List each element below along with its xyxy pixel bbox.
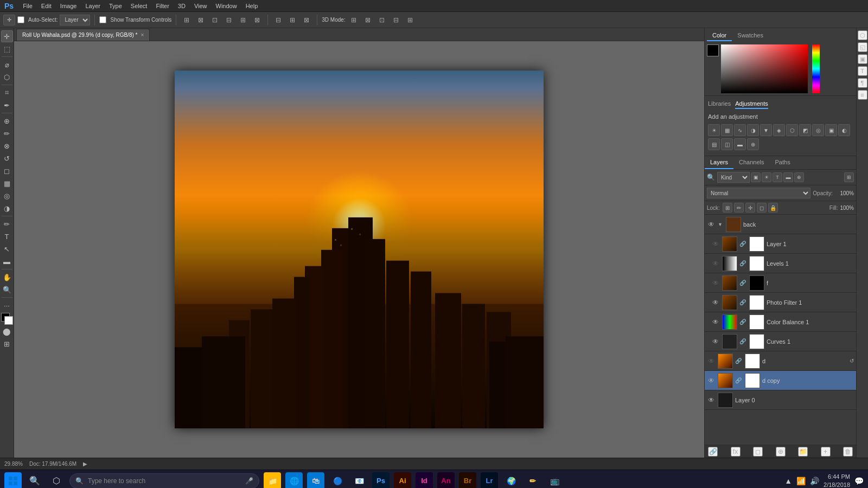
3d-btn-5[interactable]: ⊞: [404, 14, 416, 26]
app-extra-btn[interactable]: 📺: [546, 472, 563, 489]
adj-photofilter[interactable]: ◎: [812, 124, 824, 136]
adj-levels[interactable]: ▦: [721, 124, 733, 136]
3d-btn-1[interactable]: ⊞: [348, 14, 360, 26]
layer-item-levels1[interactable]: 👁 🔗 Levels 1: [705, 254, 856, 273]
bridge-taskbar-btn[interactable]: Br: [459, 472, 476, 489]
adj-gradient-map[interactable]: ▬: [734, 138, 746, 150]
align-right-btn[interactable]: ⊡: [209, 14, 221, 26]
tab-adjustments[interactable]: Adjustments: [735, 99, 768, 109]
menu-help[interactable]: Help: [242, 2, 262, 10]
indesign-taskbar-btn[interactable]: Id: [416, 472, 433, 489]
tab-close-btn[interactable]: ×: [141, 32, 144, 38]
crop-tool[interactable]: ⌗: [1, 87, 13, 99]
auto-select-checkbox[interactable]: [17, 16, 24, 23]
store-btn[interactable]: 🛍: [307, 472, 324, 489]
hand-tool[interactable]: ✋: [1, 271, 13, 283]
layer-link-btn[interactable]: 🔗: [708, 447, 718, 457]
layer-item-back[interactable]: 👁 ▼ back: [705, 215, 856, 234]
lasso-tool[interactable]: ⌀: [1, 59, 13, 70]
edge-btn[interactable]: 🌐: [285, 472, 303, 489]
lock-artboard-btn[interactable]: ◻: [757, 203, 767, 213]
network-icon[interactable]: 📶: [796, 477, 806, 485]
layer-vis-layer0[interactable]: 👁: [707, 396, 716, 404]
move-tool-option[interactable]: ✛: [3, 15, 15, 25]
color-gradient[interactable]: [721, 44, 808, 93]
menu-select[interactable]: Select: [127, 2, 151, 10]
adj-curves[interactable]: ∿: [734, 124, 746, 136]
adj-vibrance[interactable]: ▼: [760, 124, 772, 136]
blur-tool[interactable]: ◎: [1, 190, 13, 202]
menu-window[interactable]: Window: [212, 2, 241, 10]
lock-position-btn[interactable]: ✛: [745, 203, 755, 213]
blend-mode-select[interactable]: Normal: [707, 188, 810, 198]
screen-mode-btn[interactable]: ⊞: [1, 338, 13, 350]
menu-file[interactable]: File: [19, 2, 36, 10]
layer-group-btn[interactable]: 📁: [798, 447, 808, 457]
layer-item-curves1[interactable]: 👁 🔗 Curves 1: [705, 332, 856, 351]
adj-channel[interactable]: ▣: [825, 124, 837, 136]
heal-tool[interactable]: ⊕: [1, 115, 13, 127]
panel-icon-4[interactable]: T: [858, 66, 867, 76]
align-center-v-btn[interactable]: ⊞: [237, 14, 249, 26]
align-left-btn[interactable]: ⊞: [181, 14, 193, 26]
quick-mask-tool[interactable]: ⬤: [1, 325, 13, 337]
layer-vis-f[interactable]: 👁: [711, 279, 720, 287]
lock-pixels-btn[interactable]: ⊞: [723, 203, 732, 213]
active-color-swatch[interactable]: [707, 44, 719, 56]
start-button[interactable]: [4, 472, 22, 489]
eraser-tool[interactable]: ◻: [1, 165, 13, 177]
type-tool[interactable]: T: [1, 230, 13, 242]
layer-vis-back[interactable]: 👁: [707, 220, 716, 229]
background-color[interactable]: [4, 316, 13, 325]
notification-icon[interactable]: 💬: [854, 477, 864, 485]
eyedropper-tool[interactable]: ✒: [1, 99, 13, 111]
adj-colorbalance[interactable]: ⬡: [786, 124, 798, 136]
layer-item-colorbalance1[interactable]: 👁 🔗 Color Balance 1: [705, 312, 856, 332]
3d-btn-2[interactable]: ⊠: [362, 14, 374, 26]
align-center-h-btn[interactable]: ⊠: [195, 14, 207, 26]
task-view-btn[interactable]: ⬡: [48, 472, 65, 489]
tab-paths[interactable]: Paths: [770, 156, 796, 169]
filter-pixel[interactable]: ▣: [751, 172, 761, 182]
filter-toggle[interactable]: ⊞: [844, 172, 854, 182]
menu-type[interactable]: Type: [105, 2, 126, 10]
globe-taskbar-btn[interactable]: 🌍: [502, 472, 520, 489]
distribute-right-btn[interactable]: ⊠: [301, 14, 312, 26]
adj-selective-color[interactable]: ⊕: [747, 138, 759, 150]
marquee-tool[interactable]: ⬚: [1, 43, 13, 55]
more-tools[interactable]: ···: [1, 299, 13, 311]
align-top-btn[interactable]: ⊟: [223, 14, 235, 26]
chrome-btn[interactable]: 🔵: [329, 472, 346, 489]
layer-vis-colorbalance1[interactable]: 👁: [711, 318, 720, 326]
tab-color[interactable]: Color: [707, 30, 732, 41]
animate-taskbar-btn[interactable]: An: [437, 472, 455, 489]
filter-type[interactable]: T: [773, 172, 782, 182]
kind-select[interactable]: Kind: [717, 172, 750, 183]
tab-swatches[interactable]: Swatches: [732, 30, 769, 41]
adj-threshold[interactable]: ◫: [721, 138, 733, 150]
filter-adj[interactable]: ☀: [762, 172, 771, 182]
panel-icon-2[interactable]: ◱: [858, 42, 867, 52]
mic-icon[interactable]: 🎤: [245, 477, 253, 485]
layer-vis-curves1[interactable]: 👁: [711, 337, 720, 346]
layer-item-dcopy[interactable]: 👁 🔗 d copy: [705, 371, 856, 390]
lr-taskbar-btn[interactable]: Lr: [481, 472, 498, 489]
document-tab[interactable]: Roll Up Wahala.psd @ 29.9% (d copy, RGB/…: [16, 29, 150, 41]
layer-vis-layer1[interactable]: 👁: [711, 240, 720, 248]
shape-tool[interactable]: ▬: [1, 255, 13, 267]
layer-vis-photofilter1[interactable]: 👁: [711, 298, 720, 307]
file-explorer-btn[interactable]: 📁: [264, 472, 281, 489]
menu-layer[interactable]: Layer: [81, 2, 104, 10]
mail-btn[interactable]: 📧: [350, 472, 368, 489]
layer-item-layer1[interactable]: 👁 🔗 Layer 1: [705, 234, 856, 254]
volume-icon[interactable]: 🔊: [810, 477, 819, 485]
history-brush-tool[interactable]: ↺: [1, 152, 13, 164]
status-arrow-btn[interactable]: ▶: [83, 461, 87, 467]
lock-paint-btn[interactable]: ✏: [734, 203, 744, 213]
menu-edit[interactable]: Edit: [37, 2, 55, 10]
layer-adj-btn[interactable]: ⊕: [776, 447, 786, 457]
show-hidden-btn[interactable]: ▲: [784, 477, 792, 485]
layer-item-d[interactable]: 👁 🔗 d ↺: [705, 351, 856, 371]
panel-icon-6[interactable]: ≡: [858, 90, 867, 100]
show-transform-checkbox[interactable]: [99, 16, 106, 23]
